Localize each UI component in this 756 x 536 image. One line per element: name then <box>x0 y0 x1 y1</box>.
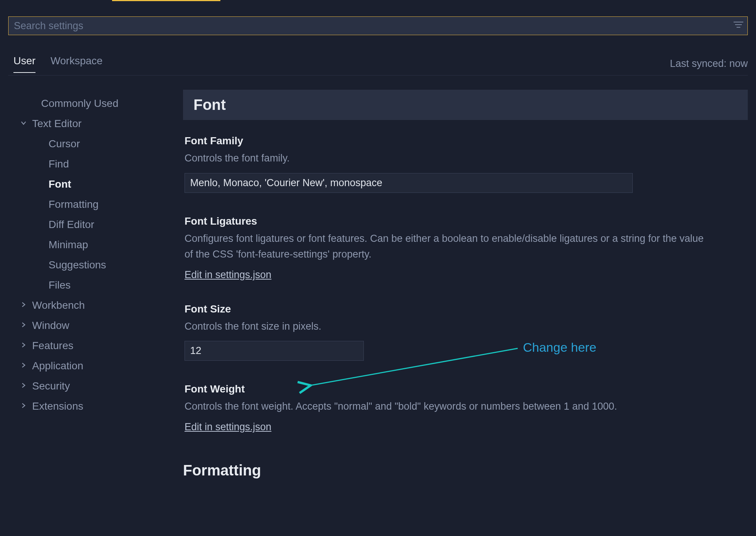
setting-font-family: Font Family Controls the font family. <box>183 135 748 193</box>
chevron-right-icon <box>20 401 28 411</box>
sidebar-item-label: Features <box>32 340 74 352</box>
setting-font-size: Font Size Controls the font size in pixe… <box>183 303 748 361</box>
sidebar-item-extensions[interactable]: Extensions <box>20 396 155 416</box>
sidebar-item-label: Window <box>32 320 69 332</box>
sync-status: Last synced: now <box>670 58 748 70</box>
setting-title: Font Size <box>185 303 748 315</box>
setting-desc: Controls the font family. <box>185 151 707 166</box>
sidebar-item-suggestions[interactable]: Suggestions <box>20 255 155 275</box>
font-size-input[interactable] <box>185 341 364 361</box>
chevron-right-icon <box>20 381 28 391</box>
setting-title: Font Ligatures <box>185 215 748 227</box>
sidebar-item-label: Text Editor <box>32 118 81 130</box>
chevron-down-icon <box>20 119 28 129</box>
sidebar-item-commonly-used[interactable]: Commonly Used <box>20 93 155 114</box>
font-family-input[interactable] <box>185 173 633 193</box>
tabs-row: User Workspace Last synced: now <box>8 52 748 76</box>
sidebar-item-minimap[interactable]: Minimap <box>20 235 155 255</box>
search-input[interactable] <box>8 16 748 35</box>
chevron-right-icon <box>20 361 28 371</box>
sidebar-item-diff-editor[interactable]: Diff Editor <box>20 215 155 235</box>
sidebar-item-application[interactable]: Application <box>20 356 155 376</box>
setting-font-weight: Font Weight Controls the font weight. Ac… <box>183 383 748 433</box>
edit-in-settings-json-link[interactable]: Edit in settings.json <box>185 269 272 281</box>
sidebar-item-label: Extensions <box>32 400 83 412</box>
setting-desc: Controls the font weight. Accepts "norma… <box>185 399 707 415</box>
sidebar-item-window[interactable]: Window <box>20 315 155 336</box>
sidebar-item-features[interactable]: Features <box>20 336 155 356</box>
sidebar: Commonly Used Text Editor Cursor Find Fo… <box>20 93 155 416</box>
chevron-right-icon <box>20 301 28 310</box>
setting-desc: Controls the font size in pixels. <box>185 319 707 335</box>
setting-title: Font Family <box>185 135 748 147</box>
sidebar-item-formatting[interactable]: Formatting <box>20 194 155 215</box>
sidebar-item-label: Workbench <box>32 299 85 311</box>
sidebar-item-label: Security <box>32 380 70 392</box>
section-header-font: Font <box>183 90 748 120</box>
edit-in-settings-json-link[interactable]: Edit in settings.json <box>185 421 272 433</box>
main-panel: Font Font Family Controls the font famil… <box>183 90 748 536</box>
sidebar-item-label: Application <box>32 360 83 372</box>
sidebar-item-find[interactable]: Find <box>20 154 155 174</box>
setting-font-ligatures: Font Ligatures Configures font ligatures… <box>183 215 748 281</box>
search-container <box>8 16 748 35</box>
section-header-formatting: Formatting <box>183 455 748 479</box>
chevron-right-icon <box>20 341 28 351</box>
sidebar-item-text-editor[interactable]: Text Editor <box>20 114 155 134</box>
annotation-label: Change here <box>523 340 597 355</box>
sidebar-item-cursor[interactable]: Cursor <box>20 134 155 154</box>
setting-desc: Configures font ligatures or font featur… <box>185 231 707 262</box>
chevron-right-icon <box>20 321 28 330</box>
sidebar-item-files[interactable]: Files <box>20 275 155 295</box>
sidebar-item-security[interactable]: Security <box>20 376 155 396</box>
filter-icon[interactable] <box>734 20 743 31</box>
setting-title: Font Weight <box>185 383 748 395</box>
tab-user[interactable]: User <box>13 55 35 73</box>
sidebar-item-workbench[interactable]: Workbench <box>20 295 155 315</box>
tabs: User Workspace <box>8 55 103 73</box>
accent-bar <box>112 0 220 1</box>
tab-workspace[interactable]: Workspace <box>50 55 103 73</box>
sidebar-item-font[interactable]: Font <box>20 174 155 194</box>
